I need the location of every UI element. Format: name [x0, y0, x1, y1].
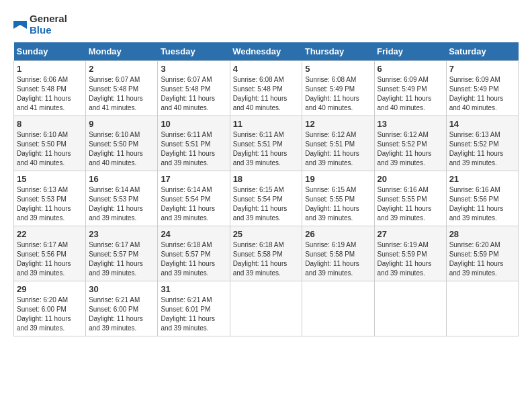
day-info: Sunrise: 6:17 AM Sunset: 5:57 PM Dayligh… — [89, 240, 154, 278]
day-number: 11 — [233, 119, 300, 129]
calendar-cell: 23 Sunrise: 6:17 AM Sunset: 5:57 PM Dayl… — [86, 226, 158, 281]
day-info: Sunrise: 6:19 AM Sunset: 5:58 PM Dayligh… — [305, 240, 371, 278]
logo-text-blue: Blue — [30, 25, 67, 36]
col-header-sunday: Sunday — [14, 42, 86, 61]
day-info: Sunrise: 6:09 AM Sunset: 5:49 PM Dayligh… — [378, 75, 443, 113]
logo-bird-icon — [13, 14, 27, 36]
calendar: SundayMondayTuesdayWednesdayThursdayFrid… — [13, 42, 519, 336]
calendar-cell: 30 Sunrise: 6:21 AM Sunset: 6:00 PM Dayl… — [86, 281, 158, 336]
calendar-cell: 13 Sunrise: 6:12 AM Sunset: 5:52 PM Dayl… — [374, 116, 446, 171]
calendar-cell: 2 Sunrise: 6:07 AM Sunset: 5:48 PM Dayli… — [86, 61, 158, 116]
day-number: 23 — [89, 229, 154, 239]
day-info: Sunrise: 6:20 AM Sunset: 6:00 PM Dayligh… — [17, 295, 83, 333]
day-info: Sunrise: 6:08 AM Sunset: 5:48 PM Dayligh… — [233, 75, 300, 113]
calendar-week-row: 1 Sunrise: 6:06 AM Sunset: 5:48 PM Dayli… — [14, 61, 519, 116]
calendar-cell: 26 Sunrise: 6:19 AM Sunset: 5:58 PM Dayl… — [302, 226, 374, 281]
calendar-cell: 24 Sunrise: 6:18 AM Sunset: 5:57 PM Dayl… — [158, 226, 230, 281]
day-info: Sunrise: 6:16 AM Sunset: 5:55 PM Dayligh… — [378, 185, 443, 223]
calendar-week-row: 22 Sunrise: 6:17 AM Sunset: 5:56 PM Dayl… — [14, 226, 519, 281]
day-number: 3 — [161, 64, 226, 74]
day-number: 17 — [161, 174, 226, 184]
day-info: Sunrise: 6:18 AM Sunset: 5:57 PM Dayligh… — [161, 240, 226, 278]
day-number: 19 — [305, 174, 371, 184]
day-number: 13 — [378, 119, 443, 129]
calendar-cell: 14 Sunrise: 6:13 AM Sunset: 5:52 PM Dayl… — [446, 116, 518, 171]
day-number: 25 — [233, 229, 300, 239]
calendar-cell: 8 Sunrise: 6:10 AM Sunset: 5:50 PM Dayli… — [14, 116, 86, 171]
calendar-header-row: SundayMondayTuesdayWednesdayThursdayFrid… — [14, 42, 519, 61]
day-number: 10 — [161, 119, 226, 129]
day-info: Sunrise: 6:06 AM Sunset: 5:48 PM Dayligh… — [17, 75, 83, 113]
calendar-cell: 3 Sunrise: 6:07 AM Sunset: 5:48 PM Dayli… — [158, 61, 230, 116]
calendar-cell: 15 Sunrise: 6:13 AM Sunset: 5:53 PM Dayl… — [14, 171, 86, 226]
day-info: Sunrise: 6:11 AM Sunset: 5:51 PM Dayligh… — [233, 130, 300, 168]
day-number: 21 — [449, 174, 515, 184]
logo-container: General Blue — [13, 13, 67, 36]
calendar-cell: 7 Sunrise: 6:09 AM Sunset: 5:49 PM Dayli… — [446, 61, 518, 116]
calendar-cell — [230, 281, 302, 336]
day-info: Sunrise: 6:21 AM Sunset: 6:00 PM Dayligh… — [89, 295, 154, 333]
calendar-cell: 9 Sunrise: 6:10 AM Sunset: 5:50 PM Dayli… — [86, 116, 158, 171]
day-number: 7 — [449, 64, 515, 74]
calendar-cell: 5 Sunrise: 6:08 AM Sunset: 5:49 PM Dayli… — [302, 61, 374, 116]
day-number: 4 — [233, 64, 300, 74]
day-number: 29 — [17, 284, 83, 294]
calendar-cell: 11 Sunrise: 6:11 AM Sunset: 5:51 PM Dayl… — [230, 116, 302, 171]
col-header-monday: Monday — [86, 42, 158, 61]
day-number: 12 — [305, 119, 371, 129]
day-number: 15 — [17, 174, 83, 184]
col-header-thursday: Thursday — [302, 42, 374, 61]
calendar-cell: 18 Sunrise: 6:15 AM Sunset: 5:54 PM Dayl… — [230, 171, 302, 226]
day-info: Sunrise: 6:07 AM Sunset: 5:48 PM Dayligh… — [89, 75, 154, 113]
day-number: 5 — [305, 64, 371, 74]
day-number: 1 — [17, 64, 83, 74]
day-number: 18 — [233, 174, 300, 184]
day-info: Sunrise: 6:07 AM Sunset: 5:48 PM Dayligh… — [161, 75, 226, 113]
calendar-cell — [446, 281, 518, 336]
day-info: Sunrise: 6:10 AM Sunset: 5:50 PM Dayligh… — [89, 130, 154, 168]
day-number: 20 — [378, 174, 443, 184]
col-header-wednesday: Wednesday — [230, 42, 302, 61]
calendar-cell: 17 Sunrise: 6:14 AM Sunset: 5:54 PM Dayl… — [158, 171, 230, 226]
calendar-week-row: 29 Sunrise: 6:20 AM Sunset: 6:00 PM Dayl… — [14, 281, 519, 336]
page-header: General Blue — [13, 13, 519, 36]
calendar-cell — [374, 281, 446, 336]
day-info: Sunrise: 6:19 AM Sunset: 5:59 PM Dayligh… — [378, 240, 443, 278]
calendar-cell: 16 Sunrise: 6:14 AM Sunset: 5:53 PM Dayl… — [86, 171, 158, 226]
day-info: Sunrise: 6:14 AM Sunset: 5:54 PM Dayligh… — [161, 185, 226, 223]
day-info: Sunrise: 6:14 AM Sunset: 5:53 PM Dayligh… — [89, 185, 154, 223]
day-info: Sunrise: 6:13 AM Sunset: 5:52 PM Dayligh… — [449, 130, 515, 168]
day-number: 30 — [89, 284, 154, 294]
day-info: Sunrise: 6:15 AM Sunset: 5:55 PM Dayligh… — [305, 185, 371, 223]
day-info: Sunrise: 6:12 AM Sunset: 5:52 PM Dayligh… — [378, 130, 443, 168]
calendar-cell: 20 Sunrise: 6:16 AM Sunset: 5:55 PM Dayl… — [374, 171, 446, 226]
day-info: Sunrise: 6:21 AM Sunset: 6:01 PM Dayligh… — [161, 295, 226, 333]
col-header-friday: Friday — [374, 42, 446, 61]
day-number: 6 — [378, 64, 443, 74]
col-header-tuesday: Tuesday — [158, 42, 230, 61]
day-info: Sunrise: 6:20 AM Sunset: 5:59 PM Dayligh… — [449, 240, 515, 278]
day-number: 24 — [161, 229, 226, 239]
day-info: Sunrise: 6:15 AM Sunset: 5:54 PM Dayligh… — [233, 185, 300, 223]
svg-marker-0 — [13, 21, 27, 29]
day-info: Sunrise: 6:10 AM Sunset: 5:50 PM Dayligh… — [17, 130, 83, 168]
calendar-cell: 27 Sunrise: 6:19 AM Sunset: 5:59 PM Dayl… — [374, 226, 446, 281]
calendar-cell: 22 Sunrise: 6:17 AM Sunset: 5:56 PM Dayl… — [14, 226, 86, 281]
calendar-cell: 6 Sunrise: 6:09 AM Sunset: 5:49 PM Dayli… — [374, 61, 446, 116]
logo-text-general: General — [30, 13, 67, 25]
col-header-saturday: Saturday — [446, 42, 518, 61]
calendar-cell: 19 Sunrise: 6:15 AM Sunset: 5:55 PM Dayl… — [302, 171, 374, 226]
day-info: Sunrise: 6:13 AM Sunset: 5:53 PM Dayligh… — [17, 185, 83, 223]
day-number: 27 — [378, 229, 443, 239]
calendar-cell: 31 Sunrise: 6:21 AM Sunset: 6:01 PM Dayl… — [158, 281, 230, 336]
day-number: 26 — [305, 229, 371, 239]
calendar-week-row: 8 Sunrise: 6:10 AM Sunset: 5:50 PM Dayli… — [14, 116, 519, 171]
calendar-cell: 25 Sunrise: 6:18 AM Sunset: 5:58 PM Dayl… — [230, 226, 302, 281]
day-number: 31 — [161, 284, 226, 294]
logo: General Blue — [13, 13, 67, 36]
day-info: Sunrise: 6:16 AM Sunset: 5:56 PM Dayligh… — [449, 185, 515, 223]
calendar-cell: 1 Sunrise: 6:06 AM Sunset: 5:48 PM Dayli… — [14, 61, 86, 116]
calendar-cell: 10 Sunrise: 6:11 AM Sunset: 5:51 PM Dayl… — [158, 116, 230, 171]
day-number: 28 — [449, 229, 515, 239]
logo-text: General Blue — [30, 13, 67, 36]
